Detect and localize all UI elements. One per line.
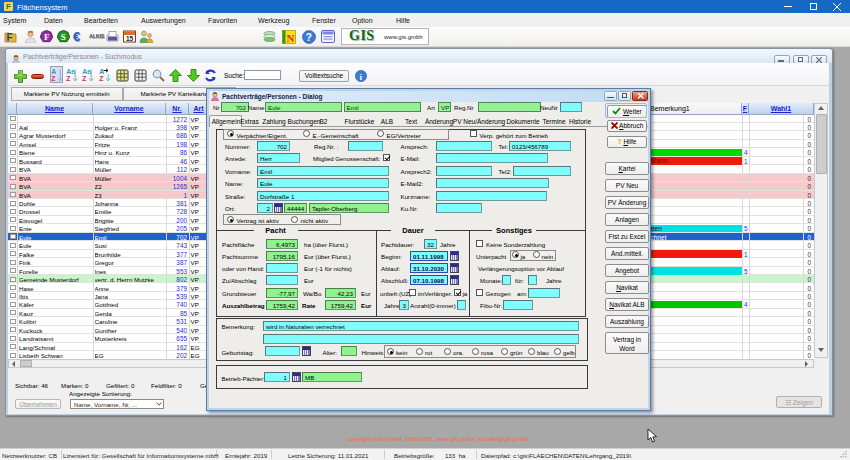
svg-text:F: F (44, 32, 50, 42)
svg-text:Z: Z (66, 75, 70, 82)
svg-text:B: B (87, 69, 91, 75)
svg-text:Z: Z (82, 75, 86, 82)
svg-text:B: B (71, 69, 75, 75)
svg-text:Z: Z (99, 75, 103, 82)
svg-text:15: 15 (126, 35, 134, 42)
svg-text:A: A (99, 68, 104, 75)
svg-text:?: ? (306, 32, 312, 43)
svg-text:Z: Z (51, 75, 55, 82)
svg-text:F: F (7, 32, 13, 43)
svg-text:A: A (51, 68, 56, 75)
svg-text:N: N (287, 31, 295, 43)
svg-text:S: S (60, 32, 65, 42)
